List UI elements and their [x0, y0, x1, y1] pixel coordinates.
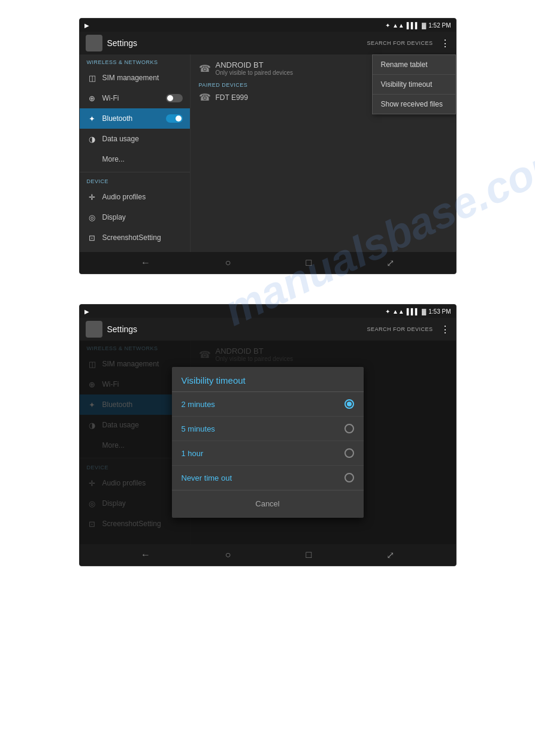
wireless-section-header: WIRELESS & NETWORKS: [80, 54, 190, 68]
sidebar-item-sim-label: SIM management: [102, 74, 159, 82]
search-for-devices-button-2[interactable]: SEARCH FOR DEVICES: [367, 326, 433, 332]
sidebar-item-display[interactable]: ◎ Display: [80, 207, 190, 227]
dialog-option-never[interactable]: Never time out: [172, 466, 364, 490]
dialog-cancel-row: Cancel: [172, 490, 364, 518]
bluetooth-status-icon-2: ✦: [385, 308, 390, 315]
sidebar-item-more[interactable]: More...: [80, 149, 190, 169]
dialog-option-2min-label: 2 minutes: [182, 400, 215, 409]
paired-device-name: FDT E999: [216, 93, 248, 102]
app-icon-2: [86, 321, 102, 338]
battery-status-icon: ▓: [422, 22, 426, 29]
battery-status-icon-2: ▓: [422, 308, 426, 315]
wifi-toggle-knob: [167, 95, 173, 101]
nav-bar-1: ← ○ □ ⤢: [80, 252, 456, 274]
status-right-2: ✦ ▲▲ ▌▌▌ ▓ 1:53 PM: [385, 308, 451, 315]
sidebar-item-sim[interactable]: ◫ SIM management: [80, 68, 190, 88]
bluetooth-toggle-knob: [176, 116, 182, 122]
overflow-menu-icon[interactable]: ⋮: [440, 38, 450, 49]
visibility-timeout-dialog: Visibility timeout 2 minutes 5 minutes: [172, 367, 364, 518]
dialog-option-never-label: Never time out: [182, 473, 232, 482]
status-left-1: ▶: [84, 22, 89, 29]
home-button-1[interactable]: ○: [225, 257, 231, 268]
sidebar-item-audio-label: Audio profiles: [102, 193, 146, 201]
search-for-devices-button[interactable]: SEARCH FOR DEVICES: [367, 40, 433, 46]
more-icon: [87, 154, 98, 165]
context-menu: Rename tablet Visibility timeout Show re…: [372, 54, 456, 114]
context-menu-rename[interactable]: Rename tablet: [373, 55, 455, 75]
home-button-2[interactable]: ○: [225, 549, 231, 560]
content-area-2: WIRELESS & NETWORKS ◫ SIM management ⊕ W…: [80, 341, 456, 544]
app-icon-1: [86, 35, 102, 51]
audio-icon: ✛: [87, 192, 98, 202]
radio-2min: [344, 399, 354, 409]
screenshot2-frame: ▶ ✦ ▲▲ ▌▌▌ ▓ 1:53 PM Settings SEARCH FOR…: [79, 304, 457, 566]
sidebar-item-display-label: Display: [102, 213, 126, 221]
action-bar-left-2: Settings: [86, 321, 138, 338]
dialog-title: Visibility timeout: [172, 367, 364, 391]
notification-icon: ▶: [84, 22, 89, 29]
wifi-icon: ⊕: [87, 93, 98, 104]
paired-phone-icon: ☎: [199, 92, 211, 103]
dialog-option-2min[interactable]: 2 minutes: [172, 392, 364, 417]
sidebar-item-screenshot[interactable]: ⊡ ScreenshotSetting: [80, 227, 190, 248]
dialog-option-5min[interactable]: 5 minutes: [172, 417, 364, 441]
status-left-2: ▶: [84, 308, 89, 315]
sidebar-item-wifi-label: Wi-Fi: [102, 94, 119, 102]
status-bar-2: ▶ ✦ ▲▲ ▌▌▌ ▓ 1:53 PM: [80, 305, 456, 318]
action-bar-title-1: Settings: [107, 38, 138, 48]
back-button-1[interactable]: ←: [141, 257, 150, 268]
context-menu-visibility[interactable]: Visibility timeout: [373, 75, 455, 95]
status-right-1: ✦ ▲▲ ▌▌▌ ▓ 1:52 PM: [385, 22, 451, 29]
status-bar-1: ▶ ✦ ▲▲ ▌▌▌ ▓ 1:52 PM: [80, 19, 456, 32]
sidebar-1: WIRELESS & NETWORKS ◫ SIM management ⊕ W…: [80, 54, 191, 252]
radio-2min-inner: [347, 402, 352, 406]
screenshot-button-2[interactable]: ⤢: [386, 549, 394, 561]
content-area-1: WIRELESS & NETWORKS ◫ SIM management ⊕ W…: [80, 54, 456, 252]
page-wrapper: manualsbase.com ▶ ✦ ▲▲ ▌▌▌ ▓ 1:52 PM Set…: [0, 0, 535, 584]
action-bar-title-2: Settings: [107, 324, 138, 334]
android-bt-subtitle: Only visible to paired devices: [216, 69, 294, 76]
dialog-overlay: Visibility timeout 2 minutes 5 minutes: [80, 341, 456, 544]
action-bar-1: Settings SEARCH FOR DEVICES ⋮: [80, 32, 456, 54]
sidebar-item-wifi[interactable]: ⊕ Wi-Fi: [80, 88, 190, 108]
back-button-2[interactable]: ←: [141, 549, 150, 560]
device-info: ANDROID BT Only visible to paired device…: [216, 60, 294, 76]
android-bt-title: ANDROID BT: [216, 60, 294, 69]
sidebar-item-audio[interactable]: ✛ Audio profiles: [80, 187, 190, 207]
time-display-2: 1:53 PM: [428, 308, 451, 315]
screenshot-icon: ⊡: [87, 232, 98, 243]
phone-icon: ☎: [199, 63, 211, 74]
sidebar-item-data-label: Data usage: [102, 135, 139, 143]
sim-icon: ◫: [87, 72, 98, 83]
sidebar-item-bluetooth-label: Bluetooth: [102, 114, 133, 123]
notification-icon-2: ▶: [84, 308, 89, 315]
overflow-menu-icon-2[interactable]: ⋮: [440, 324, 450, 335]
action-bar-right-1: SEARCH FOR DEVICES ⋮: [367, 38, 449, 49]
sidebar-item-bluetooth[interactable]: ✦ Bluetooth: [80, 108, 190, 129]
display-icon: ◎: [87, 212, 98, 223]
wifi-toggle[interactable]: [166, 94, 183, 102]
signal-status-icon-2: ▌▌▌: [407, 308, 419, 315]
recents-button-2[interactable]: □: [306, 549, 312, 560]
sidebar-item-screenshot-label: ScreenshotSetting: [102, 233, 161, 242]
device-section-header: DEVICE: [80, 175, 190, 187]
recents-button-1[interactable]: □: [306, 257, 312, 268]
sidebar-item-more-label: More...: [102, 155, 125, 163]
radio-1hour: [344, 448, 354, 458]
wifi-status-icon: ▲▲: [392, 22, 404, 29]
signal-status-icon: ▌▌▌: [407, 22, 419, 29]
sidebar-item-data[interactable]: ◑ Data usage: [80, 129, 190, 149]
nav-bar-2: ← ○ □ ⤢: [80, 544, 456, 566]
sidebar-separator: [80, 172, 190, 172]
radio-5min: [344, 424, 354, 433]
dialog-option-1hour[interactable]: 1 hour: [172, 441, 364, 466]
dialog-cancel-button[interactable]: Cancel: [246, 497, 289, 511]
radio-never: [344, 473, 354, 482]
time-display-1: 1:52 PM: [428, 22, 451, 29]
action-bar-left-1: Settings: [86, 35, 138, 51]
screenshot-button-1[interactable]: ⤢: [386, 257, 394, 269]
dialog-option-5min-label: 5 minutes: [182, 424, 215, 433]
bluetooth-toggle[interactable]: [166, 114, 183, 123]
bluetooth-icon: ✦: [87, 113, 98, 124]
context-menu-received-files[interactable]: Show received files: [373, 95, 455, 114]
